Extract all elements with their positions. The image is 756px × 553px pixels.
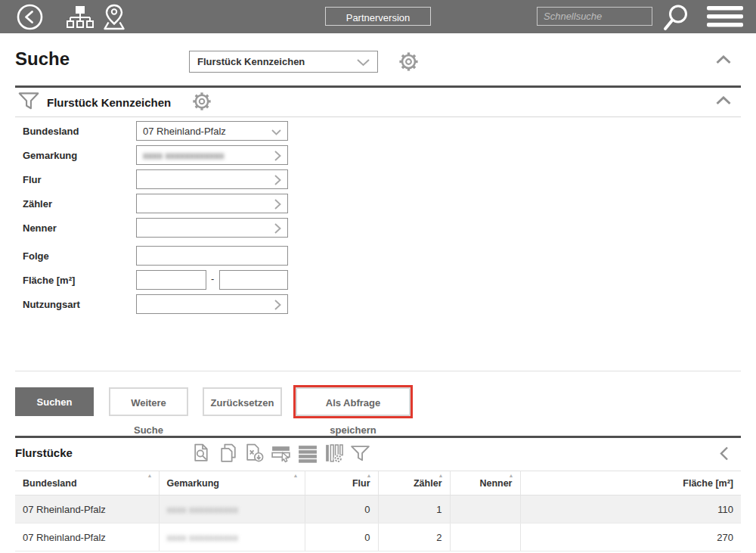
- gemarkung-masked-value: xxxx xxxxxxxxxxxx: [143, 150, 225, 161]
- zaehler-label: Zähler: [23, 198, 52, 210]
- collapse-results-chevron-left-icon[interactable]: [720, 446, 729, 461]
- column-header-bundesland[interactable]: Bundesland ▲: [15, 471, 159, 496]
- als-abfrage-speichern-button[interactable]: Als Abfrage speichern: [296, 387, 411, 416]
- nenner-input[interactable]: [136, 218, 288, 238]
- map-location-icon[interactable]: [100, 4, 129, 30]
- cell-nenner: [450, 496, 520, 523]
- flur-input[interactable]: [136, 169, 288, 189]
- column-settings-icon[interactable]: [323, 443, 345, 464]
- filter-settings-gear-icon[interactable]: [191, 91, 212, 112]
- table-row[interactable]: 07 Rheinland-Pfalz xxxx xxxxxxxxxx 0 2 2…: [15, 523, 741, 551]
- select-row-icon[interactable]: [270, 443, 292, 464]
- zaehler-input[interactable]: [136, 194, 288, 213]
- column-label: Gemarkung: [167, 478, 219, 489]
- sort-asc-icon: ▲: [367, 473, 372, 479]
- copy-document-icon[interactable]: [217, 443, 239, 464]
- folge-label: Folge: [23, 250, 49, 262]
- collapse-search-chevron-up-icon[interactable]: [716, 55, 731, 64]
- chevron-right-icon: [274, 199, 281, 210]
- table-header-row: Bundesland ▲ Gemarkung ▲ Flur ▲ Zähler ▲…: [15, 471, 741, 496]
- results-title: Flurstücke: [15, 446, 73, 459]
- flaeche-min-input[interactable]: [136, 270, 206, 290]
- table-row[interactable]: 07 Rheinland-Pfalz xxxx xxxxxxxxxx 0 1 1…: [15, 496, 741, 523]
- column-header-flaeche[interactable]: Fläche [m²]: [520, 471, 741, 496]
- column-label: Zähler: [414, 478, 442, 489]
- zuruecksetzen-button[interactable]: Zurücksetzen: [203, 387, 282, 416]
- column-label: Nenner: [479, 478, 512, 489]
- sort-asc-icon: ▲: [293, 473, 299, 479]
- cell-zaehler: 1: [378, 496, 450, 523]
- cell-flaeche: 110: [520, 496, 741, 523]
- chevron-right-icon: [274, 300, 281, 310]
- results-table: Bundesland ▲ Gemarkung ▲ Flur ▲ Zähler ▲…: [15, 471, 741, 551]
- suchen-button[interactable]: Suchen: [15, 387, 94, 416]
- results-toolbar: [191, 443, 371, 464]
- section-divider: [15, 85, 741, 88]
- filter-funnel-icon: [18, 92, 39, 112]
- hamburger-menu-icon[interactable]: [706, 5, 744, 28]
- cell-bundesland: 07 Rheinland-Pfalz: [15, 496, 159, 523]
- nenner-label: Nenner: [23, 222, 57, 234]
- collapse-filter-chevron-up-icon[interactable]: [716, 96, 731, 105]
- cell-nenner: [450, 523, 520, 551]
- search-type-selected-value: Flurstück Kennzeichen: [197, 56, 305, 67]
- search-icon[interactable]: [660, 3, 690, 32]
- column-header-zaehler[interactable]: Zähler ▲: [378, 471, 450, 496]
- partner-version-button[interactable]: Partnerversion: [325, 7, 431, 26]
- cell-flur: 0: [305, 523, 378, 551]
- bundesland-select[interactable]: 07 Rheinland-Pfalz: [136, 121, 288, 141]
- hierarchy-icon[interactable]: [67, 5, 94, 29]
- page-title: Suche: [15, 48, 70, 70]
- rows-view-icon[interactable]: [296, 443, 318, 464]
- filter-icon[interactable]: [349, 443, 371, 464]
- nutzungsart-label: Nutzungsart: [23, 299, 80, 310]
- gemarkung-input[interactable]: xxxx xxxxxxxxxxxx: [136, 145, 288, 165]
- chevron-right-icon: [274, 151, 281, 161]
- form-actions-divider: [15, 371, 741, 371]
- column-header-flur[interactable]: Flur ▲: [305, 471, 378, 496]
- sort-asc-icon: ▲: [147, 473, 153, 479]
- cell-zaehler: 2: [378, 523, 450, 551]
- sort-asc-icon: ▲: [438, 473, 444, 479]
- section-divider: [15, 436, 741, 438]
- flaeche-range-separator: -: [211, 273, 214, 284]
- panel-divider: [15, 117, 741, 117]
- cell-bundesland: 07 Rheinland-Pfalz: [15, 523, 159, 551]
- folge-input[interactable]: [136, 246, 288, 266]
- top-navigation-bar: Partnerversion: [0, 0, 756, 33]
- bundesland-label: Bundesland: [23, 126, 79, 137]
- chevron-right-icon: [274, 223, 281, 234]
- cell-flaeche: 270: [520, 523, 741, 551]
- gemarkung-label: Gemarkung: [23, 150, 77, 161]
- column-label: Flur: [352, 478, 370, 489]
- column-label: Fläche [m²]: [683, 478, 733, 489]
- nutzungsart-input[interactable]: [136, 294, 288, 314]
- column-header-gemarkung[interactable]: Gemarkung ▲: [159, 471, 305, 496]
- export-download-icon[interactable]: [243, 443, 265, 464]
- column-label: Bundesland: [23, 478, 77, 489]
- cell-gemarkung: xxxx xxxxxxxxxx: [159, 523, 305, 551]
- weitere-suche-button[interactable]: Weitere Suche: [109, 387, 188, 416]
- search-type-dropdown[interactable]: Flurstück Kennzeichen: [189, 51, 378, 73]
- cell-flur: 0: [305, 496, 378, 523]
- flur-label: Flur: [23, 174, 42, 185]
- chevron-down-icon: [271, 129, 281, 135]
- flaeche-max-input[interactable]: [219, 270, 288, 290]
- back-icon[interactable]: [16, 3, 44, 31]
- search-settings-gear-icon[interactable]: [398, 51, 420, 73]
- document-preview-icon[interactable]: [191, 443, 212, 464]
- cell-gemarkung: xxxx xxxxxxxxxx: [159, 496, 305, 523]
- filter-panel-title: Flurstück Kennzeichen: [47, 96, 171, 109]
- flaeche-label: Fläche [m²]: [23, 275, 75, 286]
- chevron-down-icon: [357, 59, 370, 67]
- column-header-nenner[interactable]: Nenner ▲: [450, 471, 520, 496]
- bundesland-value: 07 Rheinland-Pfalz: [143, 126, 226, 137]
- chevron-right-icon: [274, 175, 281, 185]
- sort-asc-icon: ▲: [509, 473, 514, 479]
- quick-search-input[interactable]: [537, 7, 652, 26]
